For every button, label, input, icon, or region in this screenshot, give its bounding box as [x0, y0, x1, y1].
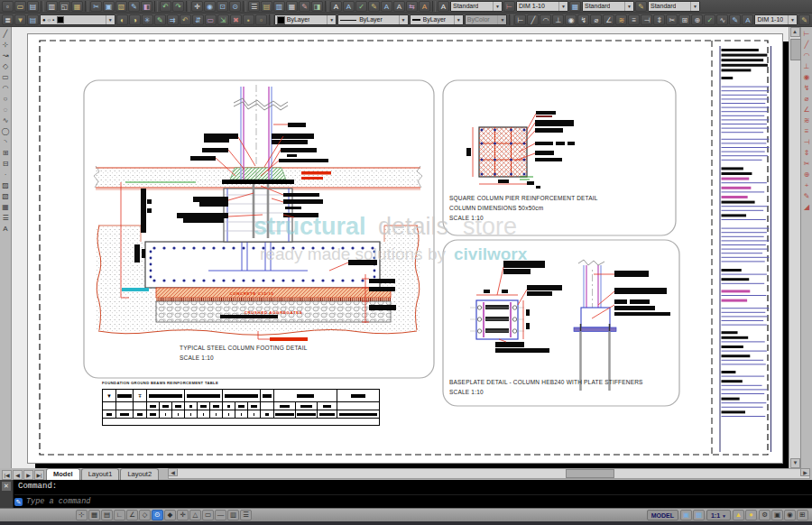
- command-window[interactable]: ✕ Command: ✎ Type a command: [0, 480, 812, 508]
- polygon-icon[interactable]: ◇: [1, 61, 11, 71]
- open-icon[interactable]: ▭: [14, 1, 26, 12]
- paper-space-icon[interactable]: ▣: [680, 510, 692, 520]
- dim-style-combo-2[interactable]: DIM 1-10▼: [754, 14, 798, 25]
- qnew-icon[interactable]: ▫: [2, 1, 14, 12]
- workspace-switching-icon[interactable]: ⚙: [759, 510, 770, 520]
- make-block-icon[interactable]: ⊟: [1, 159, 11, 169]
- lineweight-combo[interactable]: ByLayer▼: [410, 14, 464, 25]
- polar-tracking-icon[interactable]: ∠: [126, 510, 138, 520]
- save-icon[interactable]: ▤: [27, 1, 39, 12]
- snap-mode-icon[interactable]: ▦: [88, 510, 100, 520]
- prev-tab-icon[interactable]: ◀: [13, 470, 23, 480]
- layer-delete-icon[interactable]: ✖: [230, 14, 242, 25]
- first-tab-icon[interactable]: |◀: [2, 470, 12, 480]
- redo-icon[interactable]: ↷: [172, 1, 184, 12]
- ordinate-dimension-icon[interactable]: ⊥: [552, 14, 564, 25]
- layer-previous-icon[interactable]: ↶: [180, 14, 191, 25]
- paste-icon[interactable]: ▧: [115, 1, 127, 12]
- continue-dimension-icon[interactable]: ⊣: [641, 14, 652, 25]
- viewport-grid-icon[interactable]: ▦: [693, 510, 705, 520]
- command-window-grip[interactable]: ✕: [0, 480, 14, 508]
- zoom-window-icon[interactable]: ⊡: [217, 1, 228, 12]
- publish-icon[interactable]: ▦: [71, 1, 83, 12]
- hardware-acceleration-icon[interactable]: ▣: [771, 510, 783, 520]
- jog-line-icon[interactable]: ∿: [716, 14, 728, 25]
- gradient-icon[interactable]: ▧: [1, 191, 11, 201]
- block-editor-icon[interactable]: ◧: [141, 1, 152, 12]
- point-icon[interactable]: ·: [1, 170, 11, 180]
- radius-dimension-icon[interactable]: ◉: [565, 14, 577, 25]
- rectangle-icon[interactable]: ▭: [1, 72, 11, 82]
- drawing-canvas[interactable]: CONCRETE C12/15 CRUSHED AGGREGATES: [12, 27, 789, 468]
- zoom-realtime-icon[interactable]: ◉: [204, 1, 216, 12]
- arc-length-icon[interactable]: ◠: [540, 14, 551, 25]
- tab-layout2[interactable]: Layout2: [120, 468, 159, 480]
- dimension-break-icon[interactable]: ✂: [666, 14, 678, 25]
- layer-off-icon[interactable]: ◐: [116, 14, 128, 25]
- tolerance-icon[interactable]: ⊞: [678, 14, 690, 25]
- infer-constraints-icon[interactable]: ⊹: [76, 510, 88, 520]
- ellipse-arc-icon[interactable]: ◝: [1, 137, 11, 147]
- dynamic-ucs-icon[interactable]: △: [189, 510, 201, 520]
- edit-dimension-icon[interactable]: ✎: [802, 191, 812, 201]
- circle-icon[interactable]: ○: [1, 94, 11, 104]
- layer-unlock-icon[interactable]: ▫: [255, 14, 267, 25]
- close-icon[interactable]: ✕: [2, 482, 11, 491]
- model-space-button[interactable]: MODEL: [647, 510, 678, 520]
- annotation-autoscale-icon[interactable]: ●: [745, 510, 757, 520]
- mleader-style-manager-icon[interactable]: ✎: [635, 1, 647, 12]
- annotation-scale-button[interactable]: 1:1 ▼: [706, 510, 731, 520]
- selection-cycling-icon[interactable]: ☰: [240, 510, 252, 520]
- diameter-dimension-icon[interactable]: ⌀: [802, 94, 812, 104]
- continue-dimension-icon[interactable]: ⊣: [802, 137, 812, 147]
- angular-dimension-icon[interactable]: ∠: [802, 105, 812, 115]
- update-dimension-icon[interactable]: ✎: [798, 14, 810, 25]
- vertical-scrollbar[interactable]: ▲ ▼: [789, 27, 800, 468]
- table-style-manager-icon[interactable]: ▦: [569, 1, 581, 12]
- edit-text-icon[interactable]: ✎: [368, 1, 380, 12]
- ortho-mode-icon[interactable]: ∟: [114, 510, 125, 520]
- isolate-objects-icon[interactable]: ◉: [784, 510, 796, 520]
- edit-dimension-text-icon[interactable]: A: [742, 14, 753, 25]
- command-input[interactable]: Type a command: [26, 497, 90, 506]
- table-icon[interactable]: ☰: [1, 213, 11, 223]
- layer-isolate-icon[interactable]: ◑: [129, 14, 141, 25]
- aligned-dimension-icon[interactable]: ╱: [527, 14, 539, 25]
- sheet-set-manager-icon[interactable]: ▦: [286, 1, 298, 12]
- layer-match-icon[interactable]: ⇉: [167, 14, 179, 25]
- center-mark-icon[interactable]: ⊕: [691, 14, 703, 25]
- linetype-combo[interactable]: ByLayer▼: [337, 14, 408, 25]
- render-icon[interactable]: ◨: [311, 1, 323, 12]
- layer-states-icon[interactable]: ▤: [27, 14, 39, 25]
- dimension-break-icon[interactable]: ✂: [802, 159, 812, 169]
- justify-text-icon[interactable]: A: [393, 1, 405, 12]
- vertical-scroll-thumb[interactable]: [790, 39, 801, 60]
- mleader-style-combo[interactable]: Standard▼: [648, 1, 700, 12]
- jogged-dimension-icon[interactable]: ↯: [802, 83, 812, 93]
- scroll-right-arrow-icon[interactable]: ▶: [800, 468, 810, 476]
- clean-screen-icon[interactable]: ⊞: [797, 510, 808, 520]
- region-icon[interactable]: ▦: [1, 202, 11, 212]
- layout-paper[interactable]: CONCRETE C12/15 CRUSHED AGGREGATES: [27, 33, 783, 464]
- quick-dimension-icon[interactable]: ≋: [615, 14, 627, 25]
- dim-style-manager-icon[interactable]: ⊢: [503, 1, 515, 12]
- scale-text-icon[interactable]: A: [381, 1, 392, 12]
- dimension-space-icon[interactable]: ⇕: [802, 148, 812, 158]
- isometric-drafting-icon[interactable]: ◇: [139, 510, 151, 520]
- layer-viewport-icon[interactable]: ▭: [205, 14, 217, 25]
- color-combo[interactable]: ByLayer▼: [274, 14, 337, 25]
- linear-dimension-icon[interactable]: ⊢: [802, 29, 812, 39]
- radius-dimension-icon[interactable]: ◉: [802, 72, 812, 82]
- baseline-dimension-icon[interactable]: ≡: [628, 14, 640, 25]
- convert-text-icon[interactable]: ⇆: [406, 1, 418, 12]
- horizontal-scrollbar[interactable]: ◀ ▶: [168, 468, 810, 479]
- tab-layout1[interactable]: Layout1: [81, 468, 120, 480]
- tab-model[interactable]: Model: [46, 468, 80, 480]
- layer-combo[interactable]: ●☼▪ ▼: [40, 14, 115, 25]
- spline-icon[interactable]: ∿: [1, 115, 11, 125]
- ellipse-icon[interactable]: ◯: [1, 126, 11, 136]
- plot-icon[interactable]: ▥: [46, 1, 58, 12]
- layer-freeze-icon[interactable]: ✳: [142, 14, 153, 25]
- object-snap-tracking-icon[interactable]: ✛: [177, 510, 189, 520]
- angular-dimension-icon[interactable]: ∠: [603, 14, 614, 25]
